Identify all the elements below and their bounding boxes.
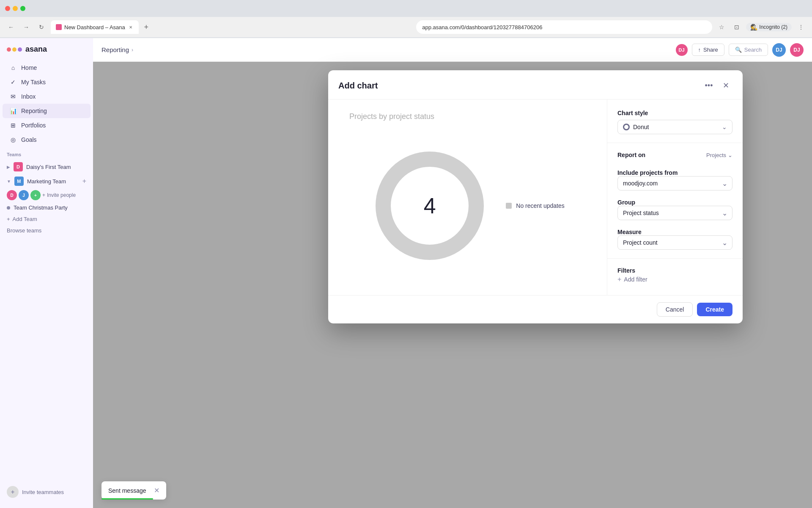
include-from-label: Include projects from [617,169,732,176]
add-to-team-button[interactable]: + [82,177,86,185]
address-bar: ← → ↻ New Dashboard – Asana ✕ + app.asan… [0,17,812,37]
chart-style-select[interactable]: Donut ⌄ [617,120,732,134]
member-avatar-1: D [7,190,17,200]
incognito-badge: 🕵 Incognito (2) [746,23,792,31]
chart-style-value: Donut [633,124,649,130]
active-tab[interactable]: New Dashboard – Asana ✕ [51,20,139,34]
invite-teammates-label: Invite teammates [22,489,64,495]
maximize-window-button[interactable] [20,6,25,11]
invite-teammates-button[interactable]: + Invite teammates [7,486,86,498]
sidebar-item-label-my-tasks: My Tasks [21,79,46,86]
report-on-select[interactable]: Projects ⌄ [706,152,732,158]
modal-header-actions: ••• ✕ [702,79,732,92]
user-avatar-top-bar-2[interactable]: DJ [772,43,786,57]
main-content: Reporting › DJ ↑ Share 🔍 Search DJ DJ [93,38,812,508]
forward-button[interactable]: → [20,21,32,33]
extensions-button[interactable]: ⊡ [731,21,743,33]
toast-notification: Sent message ✕ [102,481,166,500]
logo-dot-1 [7,47,11,52]
chart-icon: 📊 [9,107,17,115]
divider-1 [607,143,743,143]
report-on-label: Report on [617,152,645,158]
top-bar-actions: DJ ↑ Share 🔍 Search DJ DJ [676,43,804,57]
donut-style-icon [623,124,630,130]
modal-more-button[interactable]: ••• [702,79,716,92]
url-bar[interactable]: app.asana.com/0/dashboard/12032778847062… [416,20,712,34]
donut-center-value: 4 [424,193,436,218]
sidebar-team-daisys-first-team[interactable]: ▶ D Daisy's First Team [0,160,93,174]
tab-close-button[interactable]: ✕ [128,24,134,30]
url-text: app.asana.com/0/dashboard/12032778847062… [422,24,542,30]
report-on-chevron-icon: ⌄ [728,152,732,158]
include-from-section: Include projects from moodjoy.com [617,169,732,190]
reload-button[interactable]: ↻ [36,21,47,33]
sidebar-item-goals[interactable]: ◎ Goals [3,133,91,147]
sidebar-team-christmas[interactable]: Team Christmas Party [0,202,93,213]
search-icon: 🔍 [735,47,742,53]
sidebar-item-reporting[interactable]: 📊 Reporting [3,104,91,118]
sidebar-item-label-inbox: Inbox [21,93,36,100]
filters-section: Filters + Add filter [617,267,732,285]
group-select-wrapper: Project status [617,206,732,220]
measure-section: Measure Project count [617,229,732,250]
legend-label-no-updates: No recent updates [516,202,564,209]
report-on-section: Report on Projects ⌄ [617,152,732,161]
inbox-icon: ✉ [9,93,17,100]
create-button[interactable]: Create [697,303,732,316]
cancel-button[interactable]: Cancel [657,302,693,317]
sidebar-logo: asana [0,45,93,61]
include-from-select-wrapper: moodjoy.com [617,176,732,190]
sidebar-item-inbox[interactable]: ✉ Inbox [3,89,91,104]
new-tab-button[interactable]: + [140,21,152,33]
sidebar-item-label-home: Home [21,64,37,71]
browse-teams-button[interactable]: Browse teams [0,225,93,236]
sidebar-item-home[interactable]: ⌂ Home [3,61,91,75]
add-filter-plus-icon: + [617,276,621,283]
chart-style-label: Chart style [617,110,732,116]
group-select[interactable]: Project status [617,206,732,220]
more-options-button[interactable]: ⋮ [795,21,807,33]
breadcrumb: Reporting › [102,46,133,53]
asana-logo-mark [7,47,22,52]
target-icon: ◎ [9,136,17,144]
breadcrumb-arrow-icon: › [132,47,133,53]
team-name-marketing: Marketing Team [27,178,66,185]
modal-close-button[interactable]: ✕ [719,79,732,92]
teams-section-label: Teams [0,147,93,160]
invite-people-text: Invite people [47,192,76,198]
member-avatar-3: + [30,190,41,200]
team-christmas-label: Team Christmas Party [14,204,68,211]
share-button[interactable]: ↑ Share [692,44,724,56]
add-team-button[interactable]: + Add Team [0,213,93,225]
logo-dot-3 [18,47,22,52]
minimize-window-button[interactable] [13,6,18,11]
sidebar-item-my-tasks[interactable]: ✓ My Tasks [3,75,91,89]
back-button[interactable]: ← [5,21,17,33]
include-from-select[interactable]: moodjoy.com [617,176,732,190]
invite-people-label[interactable]: + Invite people [42,192,76,198]
search-label: Search [744,47,762,53]
measure-select[interactable]: Project count [617,235,732,250]
sidebar-item-portfolios[interactable]: ⊞ Portfolios [3,118,91,133]
close-window-button[interactable] [5,6,10,11]
user-avatar-top-bar[interactable]: DJ [790,43,804,57]
modal-title: Add chart [338,81,378,91]
group-section: Group Project status [617,199,732,220]
add-filter-button[interactable]: + Add filter [617,274,732,285]
asana-logo-text: asana [25,45,47,54]
chart-preview-area: Projects by project status 4 [328,99,607,295]
share-icon: ↑ [698,47,701,53]
sidebar-item-label-reporting: Reporting [21,108,47,114]
tab-favicon [56,24,62,30]
browser-chrome: ← → ↻ New Dashboard – Asana ✕ + app.asan… [0,0,812,38]
chart-style-value-display: Donut [623,124,649,130]
team-name-daisy: Daisy's First Team [26,164,71,170]
traffic-lights [5,6,25,11]
toast-close-button[interactable]: ✕ [154,486,159,494]
chart-preview-title: Projects by project status [341,112,434,121]
search-button[interactable]: 🔍 Search [729,44,768,56]
christmas-dot-icon [7,206,10,210]
sidebar-team-marketing[interactable]: ▼ M Marketing Team + [0,174,93,188]
bookmark-button[interactable]: ☆ [716,21,727,33]
modal-header: Add chart ••• ✕ [328,70,743,99]
